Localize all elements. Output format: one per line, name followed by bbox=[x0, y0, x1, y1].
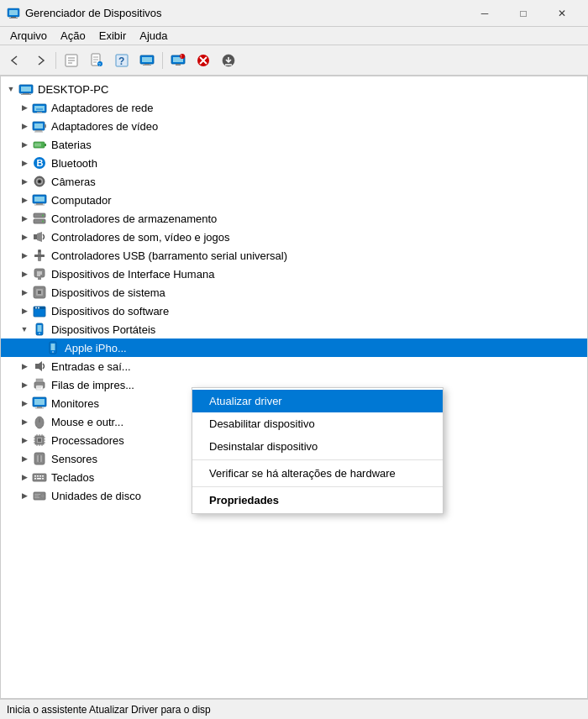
svg-rect-88 bbox=[37, 388, 41, 389]
tree-item-portable[interactable]: ▼ Dispositivos Portáteis bbox=[1, 320, 587, 339]
tree-item-iphone[interactable]: ▶ Apple iPho... bbox=[1, 339, 587, 357]
tree-item-comp[interactable]: ▶ Computador bbox=[1, 191, 587, 209]
context-item-uninstall[interactable]: Desinstalar dispositivo bbox=[192, 435, 443, 458]
svg-rect-114 bbox=[34, 475, 36, 477]
svg-point-79 bbox=[39, 333, 40, 334]
svg-rect-22 bbox=[176, 64, 181, 66]
context-item-scan[interactable]: Verificar se há alterações de hardware bbox=[192, 462, 443, 485]
iphone-label: Apple iPho... bbox=[65, 342, 127, 354]
tree-item-soft[interactable]: ▶ Dispositivos do software bbox=[1, 302, 587, 320]
forward-button[interactable] bbox=[29, 49, 52, 72]
tree-item-bluetooth[interactable]: ▶ B Bluetooth bbox=[1, 154, 587, 172]
svg-rect-40 bbox=[45, 124, 46, 128]
sys-icon bbox=[31, 284, 48, 301]
svg-rect-1 bbox=[9, 10, 18, 15]
help-button[interactable]: ? bbox=[110, 49, 134, 72]
tree-item-hid[interactable]: ▶ Dispositivos de Interface Humana bbox=[1, 265, 587, 283]
svg-rect-97 bbox=[38, 438, 41, 442]
video-chevron: ▶ bbox=[18, 119, 31, 133]
monitors-label: Monitores bbox=[51, 397, 99, 410]
view-devices-button[interactable] bbox=[135, 49, 159, 72]
menu-acao[interactable]: Ação bbox=[54, 28, 92, 44]
disk-label: Unidades de disco bbox=[51, 490, 141, 502]
monitor-icon bbox=[31, 395, 48, 412]
sound-label: Controladores de som, vídeo e jogos bbox=[51, 231, 229, 244]
app-icon bbox=[7, 7, 20, 20]
tree-item-net[interactable]: ▶ Adaptadores de rede bbox=[1, 98, 587, 117]
svg-rect-78 bbox=[38, 325, 42, 332]
processor-icon bbox=[31, 432, 48, 449]
computer-icon bbox=[31, 192, 48, 208]
mouse-chevron: ▶ bbox=[18, 415, 31, 428]
context-item-disable[interactable]: Desabilitar dispositivo bbox=[192, 412, 443, 435]
uninstall-button[interactable] bbox=[192, 49, 215, 72]
tree-item-sys[interactable]: ▶ Dispositivos de sistema bbox=[1, 283, 587, 302]
page-button[interactable]: ? bbox=[85, 49, 108, 72]
comp-label: Computador bbox=[51, 194, 112, 207]
root-label: DESKTOP-PC bbox=[38, 83, 108, 96]
tree-item-bat[interactable]: ▶ Baterias bbox=[1, 135, 587, 154]
proc-chevron: ▶ bbox=[18, 433, 31, 447]
device-manager-content: ▼ DESKTOP-PC ▶ bbox=[0, 76, 588, 699]
monitors-chevron: ▶ bbox=[18, 396, 31, 410]
storage-chevron: ▶ bbox=[18, 212, 31, 225]
audio-label: Entradas e saí... bbox=[51, 360, 131, 373]
storage-icon bbox=[31, 210, 48, 227]
soft-chevron: ▶ bbox=[18, 304, 31, 318]
download-button[interactable] bbox=[217, 49, 240, 72]
net-chevron: ▶ bbox=[18, 101, 31, 114]
context-item-properties[interactable]: Propriedades bbox=[192, 489, 443, 512]
tree-item-cam[interactable]: ▶ Câmeras bbox=[1, 172, 587, 191]
svg-rect-90 bbox=[34, 399, 45, 405]
root-chevron: ▼ bbox=[4, 82, 18, 96]
context-separator bbox=[192, 459, 443, 460]
cam-chevron: ▶ bbox=[18, 175, 31, 188]
tree-item-video[interactable]: ▶ Adaptadores de vídeo bbox=[1, 117, 587, 135]
scan-button[interactable]: ! bbox=[166, 49, 190, 72]
svg-rect-113 bbox=[33, 474, 46, 481]
svg-point-76 bbox=[38, 307, 39, 309]
tree-item-sound[interactable]: ▶ Controladores de som, vídeo e jogos bbox=[1, 228, 587, 246]
menu-ajuda[interactable]: Ajuda bbox=[133, 28, 174, 44]
menu-arquivo[interactable]: Arquivo bbox=[3, 28, 54, 44]
window-controls[interactable]: ─ □ ✕ bbox=[465, 0, 581, 27]
svg-rect-81 bbox=[51, 344, 55, 350]
portable-icon bbox=[31, 321, 48, 338]
tree-item-storage[interactable]: ▶ Controladores de armazenamento bbox=[1, 209, 587, 228]
context-item-update[interactable]: Atualizar driver bbox=[192, 390, 443, 412]
sensors-chevron: ▶ bbox=[18, 452, 31, 465]
maximize-button[interactable]: □ bbox=[504, 0, 543, 27]
keyboard-label: Teclados bbox=[51, 471, 94, 484]
svg-rect-31 bbox=[21, 87, 31, 92]
iphone-icon bbox=[45, 339, 61, 356]
sensors-label: Sensores bbox=[51, 453, 97, 465]
print-chevron: ▶ bbox=[18, 378, 31, 391]
menu-exibir[interactable]: Exibir bbox=[92, 28, 134, 44]
svg-marker-61 bbox=[37, 232, 42, 242]
hid-chevron: ▶ bbox=[18, 267, 31, 281]
svg-rect-63 bbox=[34, 255, 45, 257]
mouse-icon bbox=[31, 413, 48, 430]
svg-rect-92 bbox=[35, 408, 44, 409]
tree-item-audio[interactable]: ▶ Entradas e saí... bbox=[1, 357, 587, 375]
close-button[interactable]: ✕ bbox=[543, 0, 581, 27]
tree-root[interactable]: ▼ DESKTOP-PC bbox=[1, 80, 587, 98]
svg-point-51 bbox=[39, 181, 41, 183]
printer-icon bbox=[31, 376, 48, 393]
svg-rect-39 bbox=[34, 123, 43, 129]
tree-item-usb[interactable]: ▶ Controladores USB (barramento serial u… bbox=[1, 246, 587, 265]
camera-icon bbox=[31, 173, 48, 190]
svg-rect-44 bbox=[45, 144, 46, 146]
properties-button[interactable] bbox=[60, 49, 83, 72]
back-button[interactable] bbox=[3, 49, 27, 72]
svg-rect-55 bbox=[34, 205, 45, 206]
svg-rect-59 bbox=[42, 221, 44, 223]
svg-point-64 bbox=[39, 250, 41, 253]
minimize-button[interactable]: ─ bbox=[465, 0, 504, 27]
toolbar-sep-1 bbox=[55, 52, 56, 69]
sys-chevron: ▶ bbox=[18, 286, 31, 299]
svg-rect-126 bbox=[34, 497, 39, 498]
portable-chevron: ▼ bbox=[18, 323, 31, 336]
svg-point-82 bbox=[52, 351, 54, 353]
svg-rect-120 bbox=[42, 478, 44, 480]
